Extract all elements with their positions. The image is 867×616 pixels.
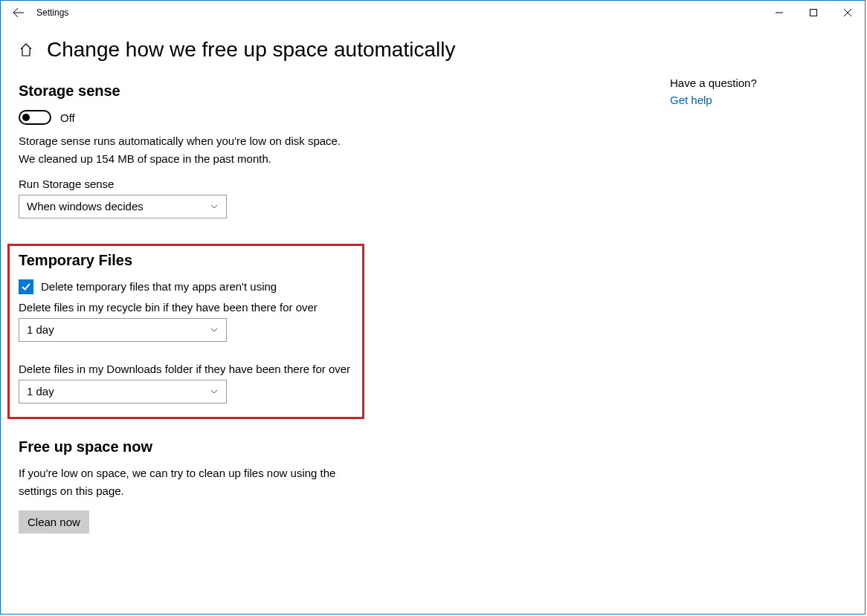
downloads-value: 1 day	[27, 385, 54, 398]
close-button[interactable]	[831, 1, 865, 25]
free-up-desc-2: settings on this page.	[19, 484, 658, 499]
get-help-link[interactable]: Get help	[670, 94, 757, 106]
titlebar: Settings	[1, 1, 865, 25]
maximize-button[interactable]	[796, 1, 831, 25]
recycle-bin-label: Delete files in my recycle bin if they h…	[19, 300, 353, 315]
check-icon	[21, 282, 31, 292]
chevron-down-icon	[210, 387, 219, 396]
minimize-button[interactable]	[762, 1, 796, 25]
minimize-icon	[776, 9, 783, 16]
toggle-knob	[22, 114, 30, 121]
settings-window: Settings Change how we free up space aut…	[0, 0, 866, 615]
run-storage-sense-select[interactable]: When windows decides	[19, 195, 227, 218]
free-up-heading: Free up space now	[19, 438, 658, 455]
chevron-down-icon	[210, 202, 219, 211]
downloads-select[interactable]: 1 day	[19, 380, 227, 403]
chevron-down-icon	[210, 325, 219, 334]
run-storage-sense-value: When windows decides	[27, 200, 144, 213]
help-question: Have a question?	[670, 77, 757, 89]
downloads-label: Delete files in my Downloads folder if t…	[19, 363, 353, 375]
storage-sense-toggle[interactable]	[19, 110, 51, 125]
page-title: Change how we free up space automaticall…	[47, 38, 455, 62]
window-title: Settings	[36, 7, 68, 18]
back-button[interactable]	[1, 1, 36, 25]
storage-sense-heading: Storage sense	[19, 82, 658, 100]
delete-temp-files-label: Delete temporary files that my apps aren…	[41, 280, 277, 293]
recycle-bin-select[interactable]: 1 day	[19, 318, 227, 342]
temporary-files-highlight: Temporary Files Delete temporary files t…	[7, 244, 364, 419]
free-up-desc-1: If you're low on space, we can try to cl…	[19, 466, 658, 481]
arrow-left-icon	[13, 7, 25, 19]
temporary-files-heading: Temporary Files	[19, 252, 353, 269]
svg-rect-1	[810, 10, 817, 16]
help-sidebar: Have a question? Get help	[658, 38, 757, 534]
home-button[interactable]	[19, 42, 33, 57]
main-content: Change how we free up space automaticall…	[19, 38, 658, 534]
delete-temp-files-checkbox[interactable]	[19, 279, 33, 294]
close-icon	[844, 9, 851, 16]
storage-sense-desc-1: Storage sense runs automatically when yo…	[19, 134, 658, 149]
home-icon	[19, 42, 33, 57]
storage-sense-desc-2: We cleaned up 154 MB of space in the pas…	[19, 152, 658, 166]
maximize-icon	[810, 9, 817, 16]
recycle-bin-value: 1 day	[27, 323, 54, 336]
run-storage-sense-label: Run Storage sense	[19, 178, 658, 190]
storage-sense-toggle-state: Off	[60, 111, 75, 124]
clean-now-button[interactable]: Clean now	[19, 510, 89, 534]
